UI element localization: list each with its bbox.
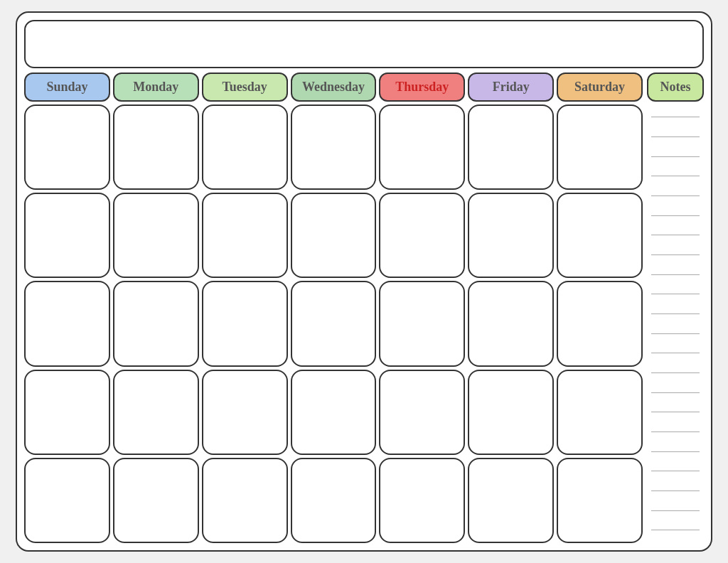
day-cell[interactable] xyxy=(24,370,110,455)
note-line[interactable] xyxy=(651,156,700,157)
notes-panel: Notes xyxy=(647,73,704,543)
header-row: Sunday Monday Tuesday Wednesday Thursday… xyxy=(24,73,643,102)
day-cell[interactable] xyxy=(113,370,199,455)
note-line[interactable] xyxy=(651,235,700,235)
week-row-1 xyxy=(24,104,643,190)
day-cell[interactable] xyxy=(113,193,199,278)
day-cell[interactable] xyxy=(557,281,643,366)
note-line[interactable] xyxy=(651,412,700,412)
note-line[interactable] xyxy=(651,530,700,530)
day-cell[interactable] xyxy=(24,281,110,366)
day-cell[interactable] xyxy=(468,458,554,543)
day-cell[interactable] xyxy=(468,104,554,190)
header-thursday: Thursday xyxy=(379,73,465,102)
day-cell[interactable] xyxy=(291,104,377,190)
note-line[interactable] xyxy=(651,254,700,255)
note-line[interactable] xyxy=(651,136,700,137)
note-line[interactable] xyxy=(651,294,700,294)
day-cell[interactable] xyxy=(557,104,643,190)
day-cell[interactable] xyxy=(113,458,199,543)
day-cell[interactable] xyxy=(202,104,288,190)
header-monday: Monday xyxy=(113,73,199,102)
note-line[interactable] xyxy=(651,431,700,432)
day-cell[interactable] xyxy=(557,458,643,543)
day-cell[interactable] xyxy=(202,193,288,278)
note-line[interactable] xyxy=(651,392,700,393)
day-cell[interactable] xyxy=(379,193,465,278)
day-cell[interactable] xyxy=(113,281,199,366)
day-cell[interactable] xyxy=(291,193,377,278)
day-cell[interactable] xyxy=(291,281,377,366)
title-bar xyxy=(24,20,704,68)
note-line[interactable] xyxy=(651,490,700,491)
note-line[interactable] xyxy=(651,372,700,373)
note-line[interactable] xyxy=(651,313,700,314)
note-line[interactable] xyxy=(651,451,700,452)
day-cell[interactable] xyxy=(379,281,465,366)
note-line[interactable] xyxy=(651,471,700,471)
day-cell[interactable] xyxy=(379,370,465,455)
header-tuesday: Tuesday xyxy=(202,73,288,102)
day-cell[interactable] xyxy=(379,104,465,190)
day-cell[interactable] xyxy=(113,104,199,190)
day-cell[interactable] xyxy=(24,193,110,278)
notes-lines xyxy=(647,104,704,543)
week-row-4 xyxy=(24,370,643,455)
day-cell[interactable] xyxy=(291,370,377,455)
header-wednesday: Wednesday xyxy=(291,73,377,102)
calendar-body: Sunday Monday Tuesday Wednesday Thursday… xyxy=(24,73,704,543)
note-line[interactable] xyxy=(651,510,700,511)
week-row-5 xyxy=(24,458,643,543)
day-cell[interactable] xyxy=(468,370,554,455)
note-line[interactable] xyxy=(651,215,700,216)
day-cell[interactable] xyxy=(557,370,643,455)
header-sunday: Sunday xyxy=(24,73,110,102)
day-cell[interactable] xyxy=(557,193,643,278)
note-line[interactable] xyxy=(651,353,700,353)
day-cell[interactable] xyxy=(291,458,377,543)
note-line[interactable] xyxy=(651,274,700,275)
note-line[interactable] xyxy=(651,117,700,117)
day-cell[interactable] xyxy=(468,193,554,278)
week-row-2 xyxy=(24,193,643,278)
calendar-container: Sunday Monday Tuesday Wednesday Thursday… xyxy=(16,11,712,552)
notes-header: Notes xyxy=(647,73,704,102)
note-line[interactable] xyxy=(651,333,700,334)
note-line[interactable] xyxy=(651,195,700,196)
day-cell[interactable] xyxy=(24,104,110,190)
day-cell[interactable] xyxy=(202,370,288,455)
day-cell[interactable] xyxy=(24,458,110,543)
week-row-3 xyxy=(24,281,643,366)
day-cell[interactable] xyxy=(202,281,288,366)
day-cell[interactable] xyxy=(202,458,288,543)
day-cell[interactable] xyxy=(468,281,554,366)
header-saturday: Saturday xyxy=(557,73,643,102)
weeks-container xyxy=(24,104,643,543)
header-friday: Friday xyxy=(468,73,554,102)
calendar-grid: Sunday Monday Tuesday Wednesday Thursday… xyxy=(24,73,643,543)
day-cell[interactable] xyxy=(379,458,465,543)
note-line[interactable] xyxy=(651,176,700,176)
